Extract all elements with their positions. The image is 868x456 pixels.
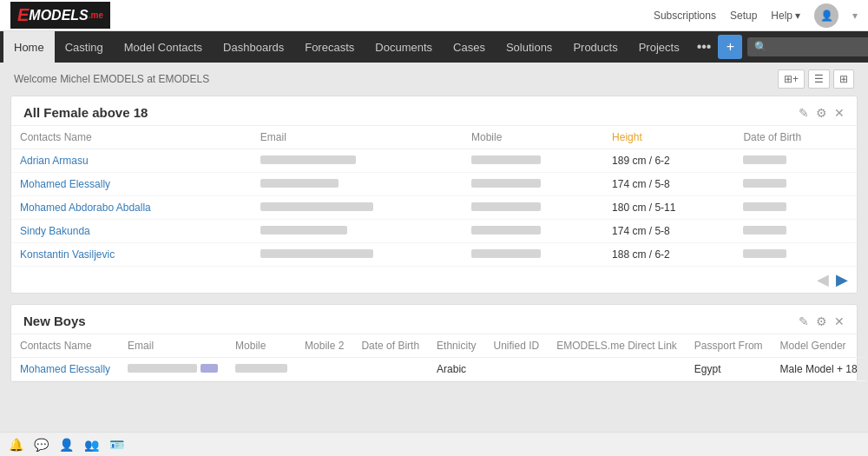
close-icon-2[interactable]: ✕: [834, 314, 845, 328]
af-height: 174 cm / 5-8: [603, 220, 734, 243]
nav-item-model-contacts[interactable]: Model Contacts: [114, 31, 213, 63]
table-row: Konstantin Vasiljevic 188 cm / 6-2: [11, 243, 857, 267]
nav-more-button[interactable]: •••: [690, 39, 719, 55]
nb-email-blur: [128, 364, 197, 373]
gear-icon-2[interactable]: ⚙: [816, 314, 827, 328]
logo-me-text: .me: [89, 10, 103, 20]
nb-email-tag: [201, 364, 218, 373]
nav-item-documents[interactable]: Documents: [365, 31, 443, 63]
af-mobile-blur: [471, 179, 541, 188]
col-dob: Date of Birth: [734, 126, 857, 149]
nav-search-input[interactable]: [747, 37, 868, 56]
af-dob-blur: [743, 226, 786, 235]
all-female-card-header: All Female above 18 ✎ ⚙ ✕: [11, 96, 857, 126]
view-list-button[interactable]: ☰: [808, 69, 830, 89]
col-nb-gender: Model Gender: [772, 334, 866, 358]
af-contact-name[interactable]: Adrian Armasu: [11, 149, 252, 173]
af-mobile-blur: [471, 202, 541, 211]
top-bar: E MODELS .me Subscriptions Setup Help ▾ …: [0, 0, 868, 31]
close-icon[interactable]: ✕: [834, 106, 845, 120]
breadcrumb-bar: Welcome Michel EMODELS at EMODELS ⊞+ ☰ ⊞: [0, 63, 868, 96]
nb-ethnicity: Arabic: [428, 358, 484, 381]
af-email-blur: [260, 155, 356, 164]
table-row: Mohamed Elessally Arabic Egypt Male Mode…: [11, 358, 866, 381]
af-contact-name[interactable]: Sindy Bakunda: [11, 220, 252, 243]
col-nb-mobile: Mobile: [227, 334, 296, 358]
af-height: 188 cm / 6-2: [603, 243, 734, 267]
new-boys-title: New Boys: [23, 314, 86, 328]
nav-item-casting[interactable]: Casting: [55, 31, 114, 63]
af-contact-name[interactable]: Mohamed Abdorabo Abdalla: [11, 196, 252, 220]
nb-passport: Egypt: [686, 358, 772, 381]
col-nb-contacts-name: Contacts Name: [11, 334, 119, 358]
col-email: Email: [252, 126, 463, 149]
af-dob-blur: [743, 155, 786, 164]
col-nb-ethnicity: Ethnicity: [428, 334, 484, 358]
af-contact-name[interactable]: Mohamed Elessally: [11, 173, 252, 196]
col-nb-passport: Passport From: [686, 334, 772, 358]
logo: E MODELS .me: [10, 2, 110, 29]
all-female-card: All Female above 18 ✎ ⚙ ✕ Contacts Name …: [10, 96, 858, 294]
af-height: 174 cm / 5-8: [603, 173, 734, 196]
setup-link[interactable]: Setup: [730, 10, 757, 22]
all-female-footer: ◀ ▶: [11, 267, 857, 293]
table-row: Adrian Armasu 189 cm / 6-2: [11, 149, 857, 173]
nb-contact-name[interactable]: Mohamed Elessally: [11, 358, 119, 381]
help-button[interactable]: Help ▾: [771, 10, 800, 22]
table-row: Mohamed Elessally 174 cm / 5-8: [11, 173, 857, 196]
edit-icon[interactable]: ✎: [799, 106, 809, 120]
nav-item-dashboards[interactable]: Dashboards: [213, 31, 294, 63]
prev-arrow[interactable]: ◀: [817, 270, 829, 289]
af-dob-blur: [743, 249, 786, 258]
bell-icon[interactable]: 🔔: [9, 438, 23, 452]
nav-item-products[interactable]: Products: [562, 31, 628, 63]
table-row: Sindy Bakunda 174 cm / 5-8: [11, 220, 857, 243]
chat-icon[interactable]: 💬: [34, 438, 49, 452]
nav-add-button[interactable]: +: [718, 35, 742, 59]
avatar[interactable]: 👤: [814, 3, 838, 28]
all-female-actions: ✎ ⚙ ✕: [799, 106, 845, 120]
af-dob-blur: [743, 202, 786, 211]
new-boys-card: New Boys ✎ ⚙ ✕ Contacts Name Email Mobil…: [10, 304, 858, 382]
af-dob-blur: [743, 179, 786, 188]
new-boys-card-header: New Boys ✎ ⚙ ✕: [11, 305, 857, 334]
af-email-blur: [260, 202, 373, 211]
nav-item-home[interactable]: Home: [3, 31, 55, 63]
af-contact-name[interactable]: Konstantin Vasiljevic: [11, 243, 252, 267]
col-height: Height: [603, 126, 734, 149]
af-mobile-blur: [471, 155, 541, 164]
logo-e-letter: E: [17, 5, 29, 25]
view-grid-plus-button[interactable]: ⊞+: [778, 69, 805, 89]
col-mobile: Mobile: [463, 126, 603, 149]
nav-item-solutions[interactable]: Solutions: [496, 31, 562, 63]
nav-right: +: [718, 35, 868, 59]
af-email-blur: [260, 226, 347, 235]
top-right-actions: Subscriptions Setup Help ▾ 👤 ▾: [654, 3, 858, 28]
af-email-blur: [260, 249, 373, 258]
all-female-title: All Female above 18: [23, 105, 148, 120]
nav-item-cases[interactable]: Cases: [443, 31, 496, 63]
af-height: 189 cm / 6-2: [603, 149, 734, 173]
all-female-table: Contacts Name Email Mobile Height Date o…: [11, 126, 857, 267]
nb-mobile-blur: [235, 364, 287, 373]
status-bar: 🔔 💬 👤 👥 🪪: [0, 432, 868, 456]
next-arrow[interactable]: ▶: [836, 270, 848, 289]
main-content: All Female above 18 ✎ ⚙ ✕ Contacts Name …: [0, 96, 868, 456]
col-nb-dob: Date of Birth: [352, 334, 428, 358]
col-nb-unified: Unified ID: [484, 334, 548, 358]
people-icon[interactable]: 👥: [84, 438, 99, 452]
gear-icon[interactable]: ⚙: [816, 106, 827, 120]
subscriptions-link[interactable]: Subscriptions: [654, 10, 716, 22]
view-grid-button[interactable]: ⊞: [833, 69, 854, 89]
edit-icon-2[interactable]: ✎: [799, 314, 809, 328]
col-nb-direct: EMODELS.me Direct Link: [548, 334, 686, 358]
nav-item-projects[interactable]: Projects: [628, 31, 690, 63]
person-icon[interactable]: 👤: [59, 438, 74, 452]
col-contacts-name: Contacts Name: [11, 126, 252, 149]
avatar-dropdown-icon[interactable]: ▾: [852, 10, 858, 22]
nav-item-forecasts[interactable]: Forecasts: [294, 31, 365, 63]
logo-models-text: MODELS: [29, 8, 88, 23]
table-header-row: Contacts Name Email Mobile Height Date o…: [11, 126, 857, 149]
col-nb-mobile2: Mobile 2: [296, 334, 352, 358]
id-icon[interactable]: 🪪: [109, 438, 124, 452]
